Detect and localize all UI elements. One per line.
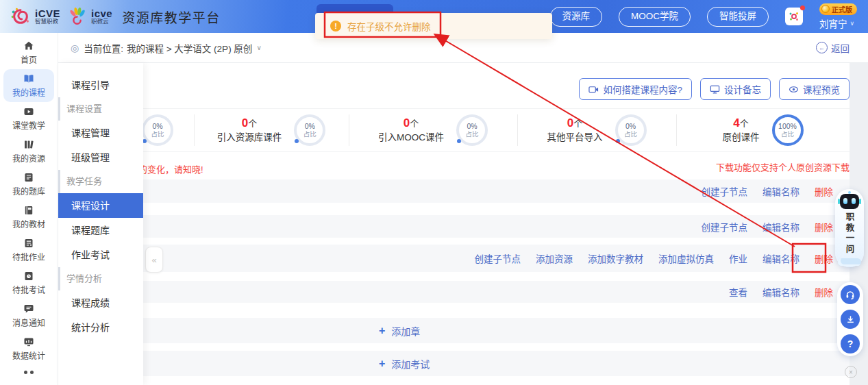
sidebar-item-messages[interactable]: 消息通知	[0, 299, 58, 332]
sidebar-item-home[interactable]: 首页	[0, 36, 58, 69]
back-arrow-icon: ←	[816, 42, 828, 53]
sidebar-item-pending-homework[interactable]: 待批作业	[0, 234, 58, 266]
username[interactable]: 刘宵宁∨	[819, 16, 854, 30]
logo-group: iCVE 智慧职教 icve 职教云	[10, 7, 112, 26]
eye-icon	[789, 84, 799, 95]
create-child-node-link[interactable]: 创建子节点	[702, 184, 748, 198]
nav-screencast-button[interactable]: 智能投屏	[707, 7, 769, 27]
menu-item-course-management[interactable]: 课程管理	[58, 121, 143, 145]
stat-original-courseware: 4个 原创课件 100% 占比	[676, 109, 850, 151]
create-child-node-link[interactable]: 创建子节点	[475, 251, 521, 265]
add-digital-textbook-link[interactable]: 添加数字教材	[588, 251, 643, 265]
close-floating-button[interactable]: ×	[845, 366, 857, 378]
add-chapter-button[interactable]: + 添加章	[64, 318, 850, 343]
how-to-build-course-button[interactable]: 如何搭建课程内容?	[579, 78, 692, 100]
menu-item-homework-exam[interactable]: 作业考试	[58, 243, 143, 267]
exam-icon	[23, 271, 34, 282]
cloud-decoration	[838, 258, 861, 266]
sidebar-item-pending-exams[interactable]: 待批考试	[0, 266, 58, 299]
medal-icon	[821, 5, 830, 13]
menu-section-teaching-tasks: 教学任务	[58, 170, 143, 193]
add-resource-link[interactable]: 添加资源	[536, 251, 573, 265]
course-menu-panel: 课程引导 课程设置 课程管理 班级管理 教学任务 课程设计 课程题库 作业考试 …	[58, 63, 143, 385]
breadcrumb-chevron-down-icon[interactable]: ∨	[256, 44, 261, 51]
sidebar-item-my-textbooks[interactable]: 我的教材	[0, 201, 58, 234]
progress-ring: 0% 占比	[615, 114, 647, 146]
menu-item-course-question-bank[interactable]: 课程题库	[58, 218, 143, 243]
statistics-icon	[23, 336, 34, 347]
assistant-label: 职教一问	[843, 212, 856, 255]
add-virtual-simulation-link[interactable]: 添加虚拟仿真	[658, 251, 714, 265]
delete-link[interactable]: 删除	[815, 220, 833, 234]
sidebar-item-my-resources[interactable]: 我的资源	[0, 135, 58, 168]
sidebar-item-my-courses[interactable]: 我的课程	[3, 69, 54, 102]
icve-zhihui-logo: iCVE 智慧职教	[10, 7, 60, 26]
menu-item-statistical-analysis[interactable]: 统计分析	[58, 315, 143, 340]
homework-link[interactable]: 作业	[729, 251, 747, 265]
menu-item-course-guide[interactable]: 课程引导	[58, 73, 143, 97]
notification-dot	[800, 5, 805, 10]
assistant-widget[interactable]: 职教一问	[835, 189, 864, 267]
edit-name-link[interactable]: 编辑名称	[762, 251, 799, 265]
video-camera-icon	[588, 84, 599, 95]
sidebar-item-my-question-bank[interactable]: 我的题库	[0, 168, 58, 201]
courseware-stats-row: 0% 占比 0个 引入资源库课件 0% 占比 0个 引入MOOC课件 0%	[58, 108, 850, 152]
menu-item-course-grades[interactable]: 课程成绩	[58, 290, 143, 315]
progress-ring: 0% 占比	[294, 114, 325, 146]
collapse-panel-button[interactable]: «	[145, 247, 163, 273]
user-block[interactable]: 正式版 刘宵宁∨	[819, 3, 857, 30]
headset-icon	[845, 289, 856, 300]
breadcrumb-path[interactable]: 我的课程 > 大学语文 (2P) 原创	[127, 41, 252, 55]
create-child-node-link[interactable]: 创建子节点	[702, 220, 748, 234]
logo-secondary-name: icve	[91, 8, 112, 19]
menu-item-class-management[interactable]: 班级管理	[58, 145, 143, 170]
delete-link-highlighted[interactable]: 删除	[815, 251, 833, 265]
tree-row: 创建子节点 编辑名称 删除	[64, 215, 850, 238]
question-bank-icon	[23, 172, 34, 183]
nav-resource-library-button[interactable]: 资源库	[550, 7, 603, 27]
books-icon	[23, 139, 34, 150]
header-right: 资源库 MOOC学院 智能投屏 正式版 刘宵宁∨	[550, 0, 858, 33]
edit-name-link[interactable]: 编辑名称	[762, 285, 799, 299]
edit-name-link[interactable]: 编辑名称	[762, 184, 799, 198]
divider	[517, 114, 518, 146]
notice-download-restriction: 下载功能仅支持个人原创资源下载	[716, 160, 850, 173]
icve-swirl-icon	[10, 7, 32, 26]
course-preview-button[interactable]: 课程预览	[779, 78, 850, 100]
stat-mooc-courseware: 0个 引入MOOC课件 0% 占比	[349, 109, 517, 151]
floating-buttons: ?	[837, 282, 863, 356]
logo-primary-sub: 智慧职教	[35, 18, 60, 25]
customer-service-button[interactable]	[841, 285, 860, 304]
help-button[interactable]: ?	[841, 334, 860, 353]
download-button[interactable]	[841, 310, 860, 329]
edit-name-link[interactable]: 编辑名称	[762, 220, 799, 234]
sidebar-item-data-statistics[interactable]: 数据统计	[0, 332, 58, 365]
plus-icon: +	[379, 358, 385, 370]
progress-ring-full: 100% 占比	[772, 114, 804, 146]
chevron-down-icon: ∨	[850, 20, 855, 27]
app-launcher-icon[interactable]	[785, 8, 803, 25]
warning-toast: ! 存在子级不允许删除	[315, 13, 552, 39]
back-button[interactable]: ← 返回	[816, 41, 850, 55]
tree-row: 创建子节点 编辑名称 删除	[64, 179, 850, 203]
logo-secondary-sub: 职教云	[91, 18, 112, 25]
delete-link[interactable]: 删除	[815, 184, 833, 198]
progress-ring: 0% 占比	[142, 114, 173, 146]
textbook-icon	[23, 205, 34, 216]
delete-link[interactable]: 删除	[815, 285, 833, 299]
nav-mooc-button[interactable]: MOOC学院	[619, 7, 691, 27]
peacock-icon	[67, 7, 88, 26]
menu-section-course-settings: 课程设置	[58, 97, 143, 121]
view-link[interactable]: 查看	[729, 285, 747, 299]
progress-ring: 0% 占比	[456, 114, 488, 146]
sidebar-item-classroom-teaching[interactable]: 课堂教学	[0, 102, 58, 135]
divider	[194, 114, 195, 146]
menu-item-course-design[interactable]: 课程设计	[58, 193, 143, 218]
design-memo-button[interactable]: 设计备忘	[700, 78, 771, 100]
breadcrumb-label: 当前位置:	[84, 41, 123, 55]
divider	[349, 114, 349, 146]
homework-icon	[23, 238, 34, 249]
download-icon	[845, 314, 856, 325]
add-exam-button[interactable]: + 添加考试	[64, 351, 850, 376]
sidebar: 首页 我的课程 课堂教学 我的资源 我的题库 我的教材 待批作业 待批考试	[0, 33, 58, 385]
